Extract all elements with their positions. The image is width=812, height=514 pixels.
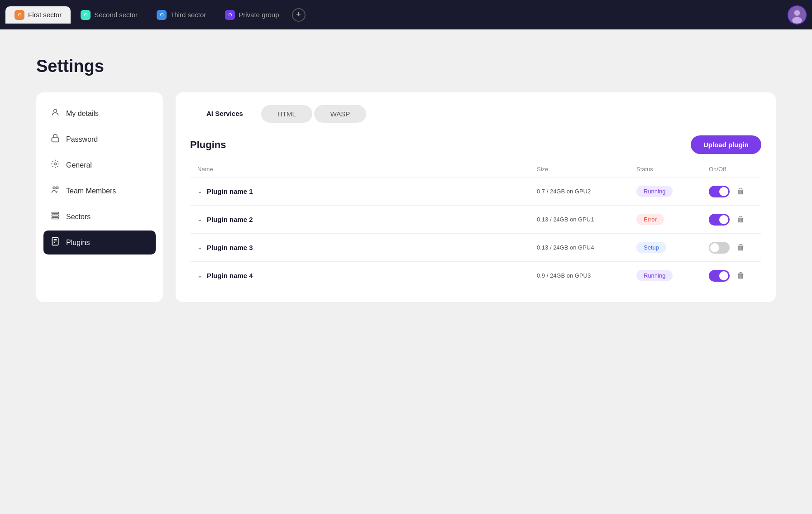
chevron-icon-plugin1[interactable]: ⌄ [197, 188, 202, 195]
sidebar-item-password[interactable]: Password [43, 127, 156, 151]
sidebar-item-my-details[interactable]: My details [43, 101, 156, 125]
svg-point-5 [54, 163, 57, 165]
col-onoff: On/Off [709, 166, 754, 173]
plugin-name-plugin3: ⌄ Plugin name 3 [197, 244, 537, 251]
plugin-row-plugin2: ⌄ Plugin name 2 0.13 / 24GB on GPU1 Erro… [190, 205, 761, 233]
sidebar-item-general[interactable]: General [43, 153, 156, 177]
plugins-header: Plugins Upload plugin [190, 135, 761, 154]
page-title: Settings [36, 57, 776, 76]
sidebar-label-sectors: Sectors [66, 213, 91, 221]
plugins-icon [51, 237, 60, 248]
topbar: ⊙First sector⊙Second sector⊙Third sector… [0, 0, 812, 29]
svg-point-3 [54, 109, 57, 112]
avatar[interactable] [788, 5, 807, 24]
tab-label-private-group: Private group [239, 11, 279, 19]
main-panel: AI ServicesHTMLWASP Plugins Upload plugi… [176, 92, 776, 302]
content-area: My detailsPasswordGeneralTeam MembersSec… [36, 92, 776, 302]
delete-button-plugin3[interactable]: 🗑 [735, 241, 747, 254]
sidebar-item-team-members[interactable]: Team Members [43, 179, 156, 203]
delete-button-plugin4[interactable]: 🗑 [735, 269, 747, 282]
status-badge-plugin3: Setup [636, 242, 666, 253]
tab-icon-second-sector: ⊙ [81, 10, 91, 20]
plugin-label-plugin1: Plugin name 1 [207, 187, 253, 195]
plugin-status-plugin2: Error [636, 214, 709, 225]
toggle-plugin4[interactable] [709, 270, 730, 282]
plugin-row-plugin1: ⌄ Plugin name 1 0.7 / 24GB on GPU2 Runni… [190, 177, 761, 205]
toggle-plugin1[interactable] [709, 186, 730, 197]
col-size: Size [537, 166, 636, 173]
plugin-size-plugin3: 0.13 / 24GB on GPU4 [537, 244, 636, 251]
delete-button-plugin1[interactable]: 🗑 [735, 185, 747, 198]
plugin-status-plugin4: Running [636, 270, 709, 281]
plugin-status-plugin3: Setup [636, 242, 709, 253]
toggle-knob-plugin3 [710, 243, 719, 252]
plugin-name-plugin2: ⌄ Plugin name 2 [197, 216, 537, 223]
delete-button-plugin2[interactable]: 🗑 [735, 213, 747, 226]
status-badge-plugin1: Running [636, 186, 673, 197]
chevron-icon-plugin2[interactable]: ⌄ [197, 216, 202, 223]
svg-point-7 [56, 187, 58, 189]
plugin-status-plugin1: Running [636, 186, 709, 197]
plugin-size-plugin2: 0.13 / 24GB on GPU1 [537, 216, 636, 223]
sidebar-label-general: General [66, 161, 92, 169]
plugin-row-plugin4: ⌄ Plugin name 4 0.9 / 24GB on GPU3 Runni… [190, 261, 761, 289]
panel-tab-wasp[interactable]: WASP [314, 105, 367, 123]
plugins-table: ⌄ Plugin name 1 0.7 / 24GB on GPU2 Runni… [190, 177, 761, 289]
toggle-cell-plugin1: 🗑 [709, 185, 754, 198]
col-name: Name [197, 166, 537, 173]
svg-point-2 [792, 17, 802, 23]
my-details-icon [51, 108, 60, 119]
tab-private-group[interactable]: ⊙Private group [216, 6, 288, 24]
sidebar-label-plugins: Plugins [66, 239, 90, 247]
plugin-size-plugin1: 0.7 / 24GB on GPU2 [537, 188, 636, 195]
tab-icon-private-group: ⊙ [225, 10, 235, 20]
sidebar-item-sectors[interactable]: Sectors [43, 205, 156, 229]
tab-label-first-sector: First sector [28, 11, 62, 19]
plugin-label-plugin2: Plugin name 2 [207, 216, 253, 223]
chevron-icon-plugin3[interactable]: ⌄ [197, 244, 202, 251]
plugins-title: Plugins [190, 139, 226, 151]
tab-label-second-sector: Second sector [94, 11, 138, 19]
svg-rect-4 [52, 138, 59, 142]
sidebar-label-team-members: Team Members [66, 187, 116, 195]
tab-third-sector[interactable]: ⊙Third sector [148, 6, 215, 24]
tabs-container: ⊙First sector⊙Second sector⊙Third sector… [5, 6, 288, 24]
sidebar-item-plugins[interactable]: Plugins [43, 231, 156, 255]
toggle-plugin2[interactable] [709, 214, 730, 226]
team-members-icon [51, 185, 60, 197]
toggle-plugin3[interactable] [709, 242, 730, 254]
sidebar-label-my-details: My details [66, 110, 99, 118]
svg-point-6 [53, 187, 55, 189]
tab-icon-third-sector: ⊙ [157, 10, 167, 20]
panel-tabs: AI ServicesHTMLWASP [190, 105, 761, 123]
toggle-cell-plugin2: 🗑 [709, 213, 754, 226]
table-header: Name Size Status On/Off [190, 163, 761, 175]
svg-point-1 [794, 10, 800, 16]
sidebar: My detailsPasswordGeneralTeam MembersSec… [36, 92, 163, 302]
plugin-size-plugin4: 0.9 / 24GB on GPU3 [537, 272, 636, 279]
upload-plugin-button[interactable]: Upload plugin [691, 135, 761, 154]
plugin-label-plugin3: Plugin name 3 [207, 244, 253, 251]
panel-tab-html[interactable]: HTML [261, 105, 312, 123]
add-tab-button[interactable]: + [292, 8, 306, 22]
svg-rect-10 [52, 217, 59, 219]
general-icon [51, 159, 60, 171]
chevron-icon-plugin4[interactable]: ⌄ [197, 272, 202, 279]
col-status: Status [636, 166, 709, 173]
password-icon [51, 134, 60, 145]
plugin-label-plugin4: Plugin name 4 [207, 272, 253, 279]
panel-tab-ai-services[interactable]: AI Services [190, 105, 259, 123]
toggle-knob-plugin4 [719, 271, 728, 280]
svg-rect-9 [52, 215, 59, 216]
sectors-icon [51, 211, 60, 222]
tab-icon-first-sector: ⊙ [14, 10, 24, 20]
tab-label-third-sector: Third sector [170, 11, 206, 19]
tab-first-sector[interactable]: ⊙First sector [5, 6, 71, 24]
sidebar-label-password: Password [66, 135, 98, 144]
status-badge-plugin4: Running [636, 270, 673, 281]
plugin-row-plugin3: ⌄ Plugin name 3 0.13 / 24GB on GPU4 Setu… [190, 233, 761, 261]
plugin-name-plugin1: ⌄ Plugin name 1 [197, 187, 537, 195]
tab-second-sector[interactable]: ⊙Second sector [72, 6, 147, 24]
status-badge-plugin2: Error [636, 214, 664, 225]
svg-rect-8 [52, 212, 59, 214]
